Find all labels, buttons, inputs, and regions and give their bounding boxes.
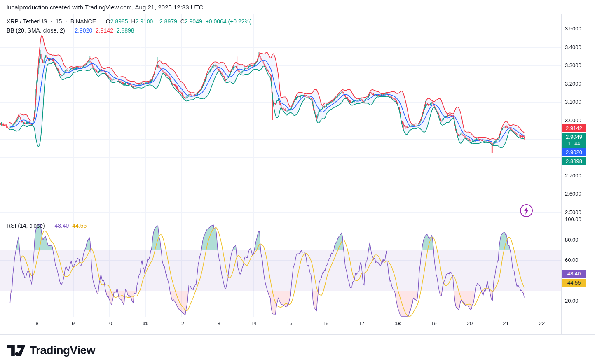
rsi-tick-label: 80.00 [565, 237, 579, 243]
rsi-legend[interactable]: RSI (14, close) 48.40 44.55 [7, 222, 88, 229]
time-tick-label: 14 [251, 320, 256, 327]
bb-lower-price-label: 2.8898 [562, 157, 586, 165]
low-label: L [156, 18, 159, 25]
price-tick-label: 3.0000 [565, 117, 581, 124]
change-value: +0.0064 (+0.22%) [206, 18, 252, 25]
lightning-icon [523, 207, 529, 215]
symbol-interval: 15 [56, 18, 62, 25]
bb-upper-value: 2.9142 [96, 27, 113, 34]
lightning-button[interactable] [520, 204, 533, 217]
time-tick-label: 22 [539, 320, 545, 327]
rsi-ma-value-label: 44.55 [562, 279, 586, 287]
bb-upper-price-label: 2.9142 [562, 124, 586, 132]
time-tick-label: 21 [503, 320, 508, 327]
time-tick-label: 16 [323, 320, 328, 327]
chart-canvas[interactable] [0, 0, 595, 364]
price-tick-label: 3.2000 [565, 81, 581, 87]
bb-basis-price-label: 2.9020 [562, 148, 586, 156]
close-value: 2.9049 [185, 18, 202, 25]
candle-countdown: 11:44 [562, 141, 586, 147]
time-tick-label: 8 [35, 320, 38, 327]
time-tick-label: 20 [467, 320, 473, 327]
tradingview-chart-page: lucalproduction created with TradingView… [0, 0, 595, 364]
time-tick-label: 13 [214, 320, 220, 327]
price-tick-label: 3.3000 [565, 62, 581, 68]
time-tick-label: 12 [178, 320, 184, 327]
last-price-value: 2.9049 [562, 133, 586, 141]
legend-separator: · [65, 18, 67, 25]
time-tick-label: 18 [395, 320, 401, 327]
time-tick-label: 11 [143, 320, 148, 327]
last-price-label: 2.9049 11:44 [562, 133, 586, 148]
open-value: 2.8985 [110, 18, 128, 25]
attribution-header: lucalproduction created with TradingView… [7, 4, 204, 11]
low-value: 2.8979 [159, 18, 177, 25]
rsi-ma-value: 44.55 [72, 222, 87, 229]
symbol-name: XRP / TetherUS [7, 18, 47, 25]
bb-title: BB (20, SMA, close, 2) [7, 27, 65, 34]
rsi-tick-label: 20.00 [565, 298, 579, 304]
symbol-exchange: BINANCE [70, 18, 96, 25]
open-label: O [106, 18, 110, 25]
tradingview-logo-text: TradingView [30, 344, 95, 357]
rsi-tick-label: 100.00 [565, 216, 581, 222]
rsi-title: RSI (14, close) [7, 222, 45, 229]
legend-separator: · [50, 18, 52, 25]
rsi-value-label: 48.40 [562, 270, 586, 278]
time-tick-label: 10 [106, 320, 112, 327]
time-tick-label: 15 [286, 320, 292, 327]
rsi-tick-label: 60.00 [565, 257, 579, 263]
rsi-value: 48.40 [54, 222, 69, 229]
price-tick-label: 2.7000 [565, 173, 581, 179]
tradingview-logo[interactable]: TradingView [7, 343, 95, 357]
price-tick-label: 2.5000 [565, 209, 581, 215]
time-tick-label: 17 [358, 320, 364, 327]
tradingview-logo-mark [7, 343, 26, 357]
bb-basis-value: 2.9020 [75, 27, 92, 34]
symbol-legend[interactable]: XRP / TetherUS · 15 · BINANCE O2.8985 H2… [7, 18, 253, 25]
bb-legend[interactable]: BB (20, SMA, close, 2) 2.9020 2.9142 2.8… [7, 27, 136, 34]
high-label: H [131, 18, 135, 25]
time-tick-label: 9 [72, 320, 75, 327]
high-value: 2.9100 [136, 18, 153, 25]
price-tick-label: 3.5000 [565, 26, 581, 32]
price-tick-label: 2.6000 [565, 191, 581, 197]
bb-lower-value: 2.8898 [117, 27, 134, 34]
price-tick-label: 3.1000 [565, 99, 581, 105]
close-label: C [180, 18, 185, 25]
price-tick-label: 3.4000 [565, 44, 581, 50]
time-tick-label: 19 [431, 320, 436, 327]
